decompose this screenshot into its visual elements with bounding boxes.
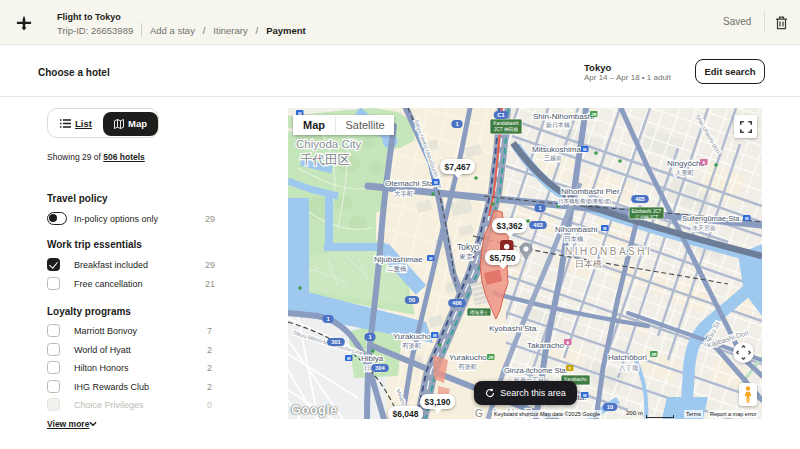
svg-text:Y: Y <box>568 366 571 371</box>
svg-text:A: A <box>702 160 705 165</box>
svg-text:Chiyoda City: Chiyoda City <box>296 138 361 150</box>
svg-text:Mitsukoshimae: Mitsukoshimae <box>532 145 586 154</box>
svg-text:東京: 東京 <box>459 253 473 260</box>
svg-text:M: M <box>429 256 433 261</box>
svg-text:日本橋: 日本橋 <box>575 259 602 269</box>
svg-text:二重橋: 二重橋 <box>387 265 407 272</box>
svg-text:JR: JR <box>591 112 596 117</box>
svg-text:10: 10 <box>607 404 613 410</box>
svg-text:Yurakucho: Yurakucho <box>393 332 431 341</box>
svg-text:A: A <box>566 340 569 345</box>
svg-text:M: M <box>347 356 351 361</box>
svg-text:Tokyo: Tokyo <box>457 242 479 252</box>
svg-text:405: 405 <box>635 196 645 202</box>
svg-text:Shin-Nihombashi: Shin-Nihombashi <box>533 112 594 121</box>
svg-text:晴海通り: 晴海通り <box>470 309 488 315</box>
svg-text:Otemachi Sta.: Otemachi Sta. <box>385 179 436 188</box>
svg-text:NIHONBASHI: NIHONBASHI <box>565 246 652 257</box>
svg-text:Nihombashi: Nihombashi <box>555 225 597 234</box>
svg-text:304: 304 <box>375 365 385 371</box>
svg-text:C1: C1 <box>497 112 505 118</box>
svg-text:日本橋: 日本橋 <box>564 235 584 242</box>
svg-text:江戸橋JCT: 江戸橋JCT <box>634 215 658 220</box>
svg-text:有楽町: 有楽町 <box>458 363 478 370</box>
svg-text:M: M <box>433 333 437 338</box>
svg-text:M: M <box>583 393 587 398</box>
svg-text:JR: JR <box>488 355 493 360</box>
svg-text:Takaracho: Takaracho <box>527 341 564 350</box>
svg-text:Nihombashi Pier: Nihombashi Pier <box>561 187 620 196</box>
svg-text:403: 403 <box>533 222 543 228</box>
svg-text:M: M <box>745 216 749 221</box>
svg-text:Kandabashi: Kandabashi <box>493 121 518 126</box>
svg-text:千代田区: 千代田区 <box>300 153 351 167</box>
svg-text:301: 301 <box>331 339 341 345</box>
svg-text:50: 50 <box>409 297 415 303</box>
svg-text:人形町: 人形町 <box>675 169 695 177</box>
svg-text:Yurakucho: Yurakucho <box>449 353 487 362</box>
svg-text:大手町: 大手町 <box>394 190 414 197</box>
svg-text:Hibiya: Hibiya <box>361 354 384 363</box>
svg-text:Kyobashi Sta.: Kyobashi Sta. <box>489 324 538 333</box>
svg-text:M: M <box>583 147 587 152</box>
svg-text:Edobashi JCT: Edobashi JCT <box>631 209 661 214</box>
svg-text:Nijubashimae: Nijubashimae <box>374 255 423 264</box>
svg-text:八丁堀: 八丁堀 <box>619 364 639 372</box>
svg-text:Ningyōchō: Ningyōchō <box>667 159 705 168</box>
svg-text:有楽町: 有楽町 <box>402 342 422 349</box>
svg-text:406: 406 <box>452 300 462 306</box>
svg-text:Hatchōbori: Hatchōbori <box>608 353 647 362</box>
svg-text:日本橋船着場(乗船場): 日本橋船着場(乗船場) <box>558 198 611 205</box>
svg-text:Suitengūmae Sta.: Suitengūmae Sta. <box>682 214 742 223</box>
svg-text:水天宮前: 水天宮前 <box>692 224 716 232</box>
svg-text:Ginza-itchome Sta.: Ginza-itchome Sta. <box>504 366 568 375</box>
svg-text:M: M <box>603 226 607 231</box>
svg-text:三越前: 三越前 <box>544 155 562 162</box>
svg-text:JR: JR <box>651 352 656 357</box>
svg-text:M: M <box>434 180 438 185</box>
svg-text:新日本橋: 新日本橋 <box>546 121 570 129</box>
